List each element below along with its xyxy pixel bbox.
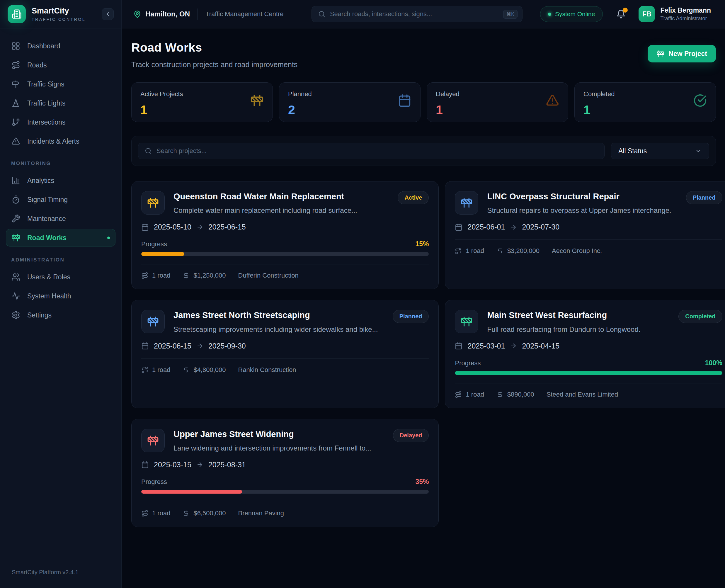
active-indicator-dot [107,236,110,239]
stat-card-active-projects: Active Projects 1 [131,82,273,122]
project-dates: 2025-03-15 2025-08-31 [141,461,429,469]
status-badge: Active [398,191,429,204]
progress-percent: 100% [705,359,722,367]
avatar: FB [639,6,655,22]
card-divider [455,383,722,383]
budget: $4,800,000 [183,366,226,374]
project-title: Main Street West Resurfacing [487,310,664,320]
sidebar-collapse-button[interactable] [102,8,114,20]
sidebar-item-system-health[interactable]: System Health [6,287,115,305]
budget: $1,250,000 [183,272,226,279]
sidebar-item-label: Traffic Lights [27,99,65,107]
sidebar-item-label: Traffic Signs [27,80,64,88]
contractor: Steed and Evans Limited [547,391,618,398]
system-status-badge: System Online [540,6,603,22]
contractor-label: Steed and Evans Limited [547,391,618,398]
arrow-right-icon [510,342,517,350]
project-search-input[interactable] [156,147,598,155]
sidebar-item-roads[interactable]: Roads [6,56,115,74]
project-meta: 1 road $4,800,000 Rankin Construction [141,366,429,374]
status-badge: Planned [393,310,429,323]
project-card-linc[interactable]: LINC Overpass Structural Repair Structur… [445,181,725,289]
end-date: 2025-07-30 [522,223,559,231]
header-subtitle: Traffic Management Centre [206,10,284,18]
budget-label: $3,200,000 [507,247,539,255]
global-search[interactable]: ⌘K [312,6,523,22]
arrow-right-icon [196,342,204,350]
sidebar-section-monitoring: MONITORING [11,161,110,167]
sidebar-item-road-works[interactable]: Road Works [6,229,115,247]
route-icon [141,366,148,374]
roads-label: 1 road [152,272,170,279]
project-title: James Street North Streetscaping [173,310,378,320]
project-search[interactable] [138,143,604,159]
status-filter-select[interactable]: All Status [611,143,709,159]
app-title: SmartCity [31,6,86,16]
status-badge: Delayed [393,429,429,442]
sidebar-item-traffic-lights[interactable]: Traffic Lights [6,94,115,112]
new-project-button[interactable]: New Project [648,45,716,62]
progress-percent: 35% [415,478,429,486]
sidebar-item-users-roles[interactable]: Users & Roles [6,268,115,286]
sidebar-nav: Dashboard Roads Traffic Signs Traffic Li… [0,28,121,560]
sidebar-item-signal-timing[interactable]: Signal Timing [6,191,115,208]
sidebar-item-incidents-alerts[interactable]: Incidents & Alerts [6,132,115,150]
contractor-label: Brennan Paving [238,509,284,517]
new-project-label: New Project [668,50,707,58]
progress-section: Progress 15% [141,240,429,256]
construction-icon [656,50,664,58]
progress-label: Progress [141,478,167,486]
sidebar-item-intersections[interactable]: Intersections [6,113,115,131]
project-dates: 2025-05-10 2025-06-15 [141,223,429,231]
top-bar: Hamilton, ON Traffic Management Centre ⌘… [122,0,725,28]
contractor: Brennan Paving [238,509,284,517]
traffic-cone-icon [12,99,20,108]
roads-count: 1 road [455,247,484,255]
project-description: Streetscaping improvements including wid… [173,326,378,334]
chevron-down-icon [695,147,702,154]
triangle-alert-icon [12,137,20,146]
stat-label: Planned [288,90,312,98]
project-dates: 2025-06-15 2025-09-30 [141,342,429,350]
card-divider [455,239,722,240]
progress-track [141,490,429,493]
user-info: Felix Bergmann Traffic Administrator [660,6,711,22]
user-menu[interactable]: FB Felix Bergmann Traffic Administrator [639,6,716,22]
project-title: Upper James Street Widening [173,429,378,439]
contractor-label: Rankin Construction [238,366,296,374]
budget-label: $6,500,000 [193,509,226,517]
location: Hamilton, ON [133,10,190,18]
budget: $3,200,000 [496,247,539,255]
stat-label: Active Projects [141,90,183,98]
sidebar-item-analytics[interactable]: Analytics [6,172,115,189]
calendar-icon [141,342,149,350]
sidebar-item-dashboard[interactable]: Dashboard [6,37,115,55]
sidebar-item-settings[interactable]: Settings [6,306,115,324]
notification-dot [623,8,628,13]
project-card-queenston[interactable]: Queenston Road Water Main Replacement Co… [131,181,439,289]
stat-label: Delayed [436,90,460,98]
stat-value: 1 [436,103,460,117]
roads-label: 1 road [152,509,170,517]
project-card-james-street[interactable]: James Street North Streetscaping Streets… [131,300,439,408]
sidebar-item-maintenance[interactable]: Maintenance [6,210,115,228]
contractor-label: Aecon Group Inc. [552,247,602,255]
progress-label: Progress [141,240,167,248]
contractor: Rankin Construction [238,366,296,374]
project-card-upper-james[interactable]: Upper James Street Widening Lane widenin… [131,419,439,527]
status-badge: Planned [686,191,722,204]
page-head-text: Road Works Track construction projects a… [131,41,297,69]
sidebar-item-traffic-signs[interactable]: Traffic Signs [6,75,115,93]
notifications-button[interactable] [616,9,626,19]
calendar-icon [455,223,463,231]
timer-icon [12,195,20,204]
global-search-input[interactable] [330,10,498,18]
stat-label: Completed [583,90,615,98]
construction-icon [250,90,264,114]
map-pin-icon [133,10,141,18]
project-meta: 1 road $3,200,000 Aecon Group Inc. [455,247,722,255]
card-divider [141,358,429,359]
progress-fill [141,490,242,493]
sidebar-item-label: Users & Roles [27,273,70,281]
project-card-main-street[interactable]: Main Street West Resurfacing Full road r… [445,300,725,408]
